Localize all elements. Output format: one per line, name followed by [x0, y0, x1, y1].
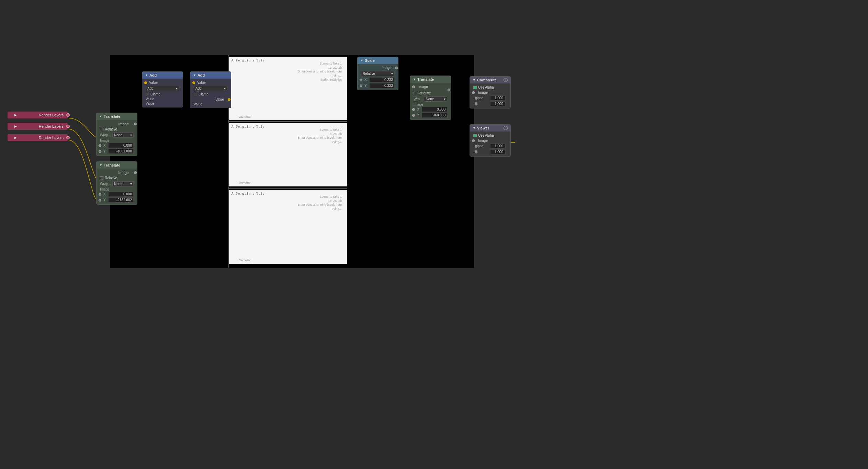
viewer-header[interactable]: ▼ Viewer	[470, 125, 510, 131]
translate-checkbox-1[interactable]	[100, 128, 103, 131]
scale-x-row: X 0.333	[360, 77, 396, 83]
viewer-use-alpha-checkbox[interactable]	[473, 134, 477, 137]
scale-y-socket	[360, 84, 362, 87]
add-clamp-checkbox-2[interactable]	[194, 93, 197, 96]
add-operation-row-1: Add ▾	[144, 85, 181, 92]
add-header-1[interactable]: ▼ Add	[142, 72, 183, 79]
translate-title-1: Translate	[104, 114, 120, 118]
add-header-2[interactable]: ▼ Add	[190, 72, 231, 79]
composite-z-socket	[475, 103, 477, 105]
translate-x-value-2[interactable]: 0.000	[108, 192, 134, 197]
viewer-use-alpha-row: Use Alpha	[472, 133, 508, 138]
translate-y-value-2[interactable]: -2162.002	[108, 197, 134, 203]
scale-node: ▼ Scale Image Relative ▾ X 0.333 Y 0.333	[357, 57, 398, 90]
composite-image-row: Image	[472, 90, 508, 95]
add-value-out2-label-1: Value	[146, 102, 154, 105]
scale-relative-dropdown[interactable]: Relative ▾	[361, 71, 395, 76]
translate-checkbox-2[interactable]	[100, 176, 103, 180]
translate-image-section-right: Image	[412, 102, 449, 106]
add-operation-value-2: Add	[195, 87, 202, 90]
viewer-z-value[interactable]: 1.000	[490, 149, 506, 155]
viewer-z-row: Z 1.000	[472, 149, 508, 155]
translate-x-value-1[interactable]: 0.000	[108, 143, 134, 148]
translate-relative-label-1: Relative	[105, 127, 117, 131]
translate-x-value-right[interactable]: 0.000	[422, 107, 447, 112]
composite-z-value[interactable]: 1.000	[490, 101, 506, 106]
translate-checkbox-right[interactable]	[414, 92, 417, 95]
scale-relative-value: Relative	[363, 72, 375, 76]
translate-wrap-dropdown-right[interactable]: None ▾	[424, 96, 447, 102]
viewer-alpha-socket	[475, 145, 477, 148]
add-arrow-2: ▼	[193, 73, 196, 77]
translate-y-socket-1	[99, 150, 101, 153]
add-value-out-socket-2	[228, 98, 230, 101]
scale-y-value[interactable]: 0.333	[369, 83, 395, 88]
translate-image-section-2: Image	[99, 187, 135, 191]
add-value-out2-label-2: Value	[194, 102, 202, 106]
translate-image-label-1: Image	[117, 122, 130, 126]
render-layer-label-1: Render Layers	[39, 113, 64, 117]
render-layer-socket-2	[66, 125, 70, 128]
translate-wrap-dropdown-2[interactable]: None ▾	[112, 181, 134, 186]
translate-relative-label-right: Relative	[418, 91, 431, 95]
translate-wrap-label-1: Wrap...	[100, 133, 111, 137]
add-clamp-checkbox-1[interactable]	[146, 93, 149, 96]
render-layer-node-1[interactable]: ▶ Render Layers	[8, 112, 68, 118]
translate-header-right[interactable]: ▼ Translate	[410, 76, 451, 83]
viewer-alpha-value[interactable]: 1.000	[490, 144, 506, 149]
composite-use-alpha-checkbox[interactable]	[473, 86, 477, 89]
render-layer-socket-1	[66, 113, 70, 117]
translate-image-out-right	[412, 89, 449, 91]
add-value-out1-row-1: Value	[144, 97, 181, 101]
scale-y-label: Y	[364, 84, 369, 88]
scale-header[interactable]: ▼ Scale	[358, 57, 398, 64]
translate-node-2: ▼ Translate Image Relative Wrap... None …	[96, 161, 137, 205]
composite-alpha-value[interactable]: 1.000	[490, 95, 506, 101]
translate-header-1[interactable]: ▼ Translate	[97, 113, 137, 120]
translate-relative-label-2: Relative	[105, 176, 117, 180]
add-operation-value-1: Add	[147, 87, 154, 90]
scale-x-value[interactable]: 0.333	[369, 77, 395, 82]
render-layer-node-2[interactable]: ▶ Render Layers	[8, 123, 68, 130]
translate-x-row-1: X 0.000	[99, 142, 135, 148]
translate-image-label-2: Image	[117, 171, 130, 175]
translate-relative-row-right: Relative	[412, 91, 449, 96]
translate-y-value-right[interactable]: 360.000	[422, 113, 447, 118]
render-layer-node-3[interactable]: ▶ Render Layers	[8, 134, 68, 141]
composite-alpha-row: Alpha 1.000	[472, 95, 508, 101]
viewer-image-row: Image	[472, 138, 508, 143]
render-layer-label-3: Render Layers	[39, 136, 64, 140]
translate-x-socket-2	[99, 193, 101, 196]
translate-x-label-1: X	[103, 144, 108, 147]
translate-relative-row-1: Relative	[99, 127, 135, 132]
doc-panel-1: A Perguin s Tale Scene: 1 Take 11b, 2a, …	[228, 57, 347, 120]
translate-x-label-right: X	[417, 107, 422, 111]
translate-node-1: ▼ Translate Image Relative Wrap... None …	[96, 113, 137, 156]
add-operation-dropdown-1[interactable]: Add ▾	[146, 86, 179, 91]
render-layer-label-2: Render Layers	[39, 124, 64, 128]
add-value-in-label-1: Value	[149, 81, 158, 84]
viewer-z-socket	[475, 151, 477, 153]
translate-wrap-dropdown-1[interactable]: None ▾	[112, 133, 134, 138]
add-clamp-label-2: Clamp	[199, 92, 208, 96]
add-value-in-socket-2	[192, 81, 195, 84]
add-operation-dropdown-2[interactable]: Add ▾	[194, 86, 227, 91]
viewer-node: ▼ Viewer Use Alpha Image Alpha 1.000 Z 1…	[470, 124, 511, 157]
composite-z-row: Z 1.000	[472, 101, 508, 107]
translate-image-socket-2	[134, 171, 137, 174]
translate-wrap-value-right: None	[426, 97, 434, 101]
composite-use-alpha-row: Use Alpha	[472, 85, 508, 90]
translate-header-2[interactable]: ▼ Translate	[97, 162, 137, 169]
scale-x-label: X	[364, 78, 369, 82]
composite-globe-icon	[504, 78, 508, 82]
translate-x-row-2: X 0.000	[99, 191, 135, 197]
composite-node: ▼ Composite Use Alpha Image Alpha 1.000 …	[470, 76, 511, 108]
translate-image-section-1: Image	[99, 138, 135, 142]
composite-header[interactable]: ▼ Composite	[470, 77, 510, 83]
translate-y-value-1[interactable]: -1081.000	[108, 149, 134, 154]
translate-image-in-socket-right	[412, 85, 415, 88]
translate-x-socket-right	[412, 108, 415, 111]
translate-image-in-right: Image	[412, 84, 449, 89]
scale-image-out-row: Image	[360, 65, 396, 70]
translate-y-label-1: Y	[103, 149, 108, 153]
